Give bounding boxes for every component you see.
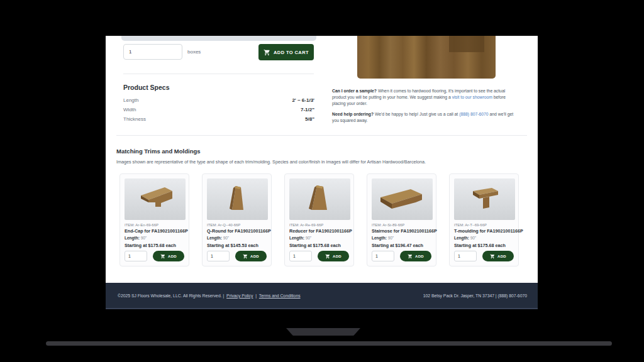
cart-icon [160,254,165,259]
footer-address: 102 Betsy Pack Dr. Jasper, TN 37347 | (8… [423,293,527,298]
trim-card-end-cap: ITEM: Ar-En-69-66P End-Cap for FA1902100… [119,173,189,266]
product-specs-title: Product Specs [123,84,170,91]
length-value: 90" [388,236,394,240]
trim-image-area [289,178,350,220]
trim-price: Starting at $175.68 each [289,243,349,248]
trim-card-reducer: ITEM: Ar-Re-69-66P Reducer for FA1902100… [284,173,354,266]
add-to-cart-button[interactable]: ADD TO CART [258,44,314,60]
trim-image-area [125,178,186,220]
trim-quantity-input[interactable] [454,251,477,261]
trim-add-button[interactable]: ADD [318,251,349,261]
cart-icon [243,254,248,259]
trim-add-button[interactable]: ADD [482,251,514,261]
trim-quantity-input[interactable] [207,251,230,261]
sample-heading: Can I order a sample? [332,89,377,93]
privacy-policy-link[interactable]: Privacy Policy [226,293,253,298]
item-code: Ar-St-89-66P [382,223,404,227]
trim-price: Starting at $196.47 each [372,243,431,248]
footer-separator: | [255,293,257,298]
laptop-hinge-notch [286,328,360,336]
laptop-screen-content: boxes ADD TO CART Product Specs Length 2… [106,36,538,309]
trim-add-button[interactable]: ADD [235,251,267,261]
trim-image-area [207,178,268,220]
trim-length: Length: 90" [289,236,349,240]
footer-copyright: ©2025 SJ Floors Wholesale, LLC. All Righ… [116,293,301,298]
copyright-text: ©2025 SJ Floors Wholesale, LLC. All Righ… [118,293,224,298]
trim-length: Length: 90" [372,236,431,240]
spec-label: Thickness [123,116,146,122]
quantity-input[interactable] [123,44,182,60]
item-code-line: ITEM: Ar-St-89-66P [372,223,431,227]
showroom-link[interactable]: visit to our showroom [452,95,492,99]
end-cap-molding-image [125,178,186,220]
item-code: Ar-Re-69-66P [300,223,323,227]
item-prefix: ITEM: [207,223,217,227]
spec-row-width: Width 7-1/2" [123,107,314,112]
trim-purchase-row: ADD [372,251,431,261]
add-label: ADD [333,255,341,258]
trim-length: Length: 90" [125,236,184,240]
item-code-line: ITEM: Ar-Re-69-66P [289,223,349,227]
unit-label: boxes [187,49,201,55]
product-photo [357,36,496,79]
trim-add-button[interactable]: ADD [400,251,431,261]
phone-link[interactable]: (888) 807-6070 [459,112,488,116]
trim-quantity-input[interactable] [372,251,394,261]
trim-price: Starting at $175.68 each [454,243,514,248]
trim-add-button[interactable]: ADD [153,251,184,261]
trim-name: Q-Round for FA19021001166P [207,228,267,234]
trim-quantity-input[interactable] [125,251,147,261]
trim-length: Length: 90" [207,236,267,240]
reducer-molding-image [289,178,350,220]
add-label: ADD [415,255,424,258]
cutoff-top-element [121,36,316,41]
trim-name: T-moulding for FA19021001166P [454,228,514,234]
help-heading: Need help ordering? [332,112,374,116]
terms-link[interactable]: Terms and Conditions [259,293,301,298]
help-text: We'd be happy to help! Just give us a ca… [374,112,459,116]
stairnose-molding-image [372,178,433,220]
item-code: Ar-T--69-66P [465,223,487,227]
trim-purchase-row: ADD [207,251,267,261]
spec-value: 5/8" [305,116,314,122]
site-footer: ©2025 SJ Floors Wholesale, LLC. All Righ… [106,283,538,309]
length-label: Length: [289,236,304,240]
spec-row-thickness: Thickness 5/8" [123,116,314,122]
trim-quantity-input[interactable] [289,251,312,261]
trim-name: Stairnose for FA19021001166P [372,228,431,234]
item-prefix: ITEM: [125,223,135,227]
trim-purchase-row: ADD [289,251,349,261]
item-code: Ar-Q--40-66P [218,223,240,227]
trim-name: Reducer for FA19021001166P [289,228,349,234]
spec-row-length: Length 2' ~ 6-1/3' [123,97,314,103]
sample-info-paragraph: Can I order a sample? When it comes to h… [332,88,518,107]
item-prefix: ITEM: [372,223,382,227]
item-prefix: ITEM: [454,223,464,227]
trims-section-description: Images shown are representative of the t… [116,159,426,165]
length-value: 90" [306,236,312,240]
item-code-line: ITEM: Ar-En-69-66P [125,223,184,227]
length-label: Length: [372,236,387,240]
length-label: Length: [454,236,469,240]
section-divider [116,135,527,136]
t-moulding-molding-image [454,178,515,220]
trim-image-area [454,178,515,220]
length-value: 90" [223,236,230,240]
trim-card-stairnose: ITEM: Ar-St-89-66P Stairnose for FA19021… [367,173,436,266]
trim-card-q-round: ITEM: Ar-Q--40-66P Q-Round for FA1902100… [202,173,272,266]
cart-icon [325,254,330,259]
trim-purchase-row: ADD [454,251,514,261]
spec-value: 2' ~ 6-1/3' [292,97,314,103]
spec-label: Width [123,107,136,112]
trim-card-t-moulding: ITEM: Ar-T--69-66P T-moulding for FA1902… [449,173,519,266]
trim-price: Starting at $145.53 each [207,243,267,248]
length-label: Length: [207,236,222,240]
add-to-cart-label: ADD TO CART [274,50,309,55]
trim-name: End-Cap for FA19021001166P [125,228,184,234]
length-value: 90" [141,236,147,240]
length-label: Length: [125,236,140,240]
trim-price: Starting at $175.68 each [125,243,184,248]
divider [123,74,314,74]
cart-icon [264,49,270,56]
add-label: ADD [250,255,259,258]
